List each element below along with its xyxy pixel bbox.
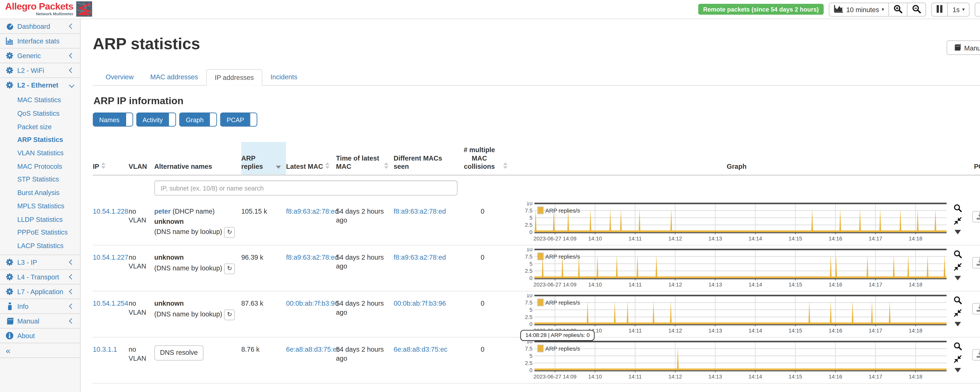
refresh-dns-button[interactable]: ↻ [224,227,235,238]
tab-overview[interactable]: Overview [97,68,142,85]
search-cell [154,176,458,200]
zoom-in-button[interactable] [888,2,908,16]
sidebar-item-packet-size[interactable]: Packet size [0,120,80,133]
refresh-dns-button[interactable]: ↻ [224,263,235,274]
svg-text:14:11: 14:11 [628,282,642,288]
zoom-icon[interactable] [953,342,962,351]
zoom-icon[interactable] [953,250,962,259]
sidebar-item-l4-transport[interactable]: L4 - Transport [0,270,80,285]
pcap-download-button[interactable] [972,211,980,223]
sidebar-item-label: About [17,332,75,340]
sidebar-collapse-button[interactable]: « [0,343,80,358]
sidebar-item-pppoe-statistics[interactable]: PPPoE Statistics [0,225,80,239]
mac-link[interactable]: 6e:a8:a8:d3:75:ec [286,345,340,353]
sidebar-item-manual[interactable]: Manual [0,314,80,329]
column-header-alternative-names[interactable]: Alternative names [154,142,241,176]
column-header-multiple-mac-collisions[interactable]: # multiple MAC collisions [458,142,513,176]
sidebar-item-arp-statistics[interactable]: ARP Statistics [0,133,80,146]
column-header-arp-replies[interactable]: ARP replies [241,142,286,176]
caret-down-icon[interactable] [954,230,961,235]
ip-link[interactable]: 10.54.1.228 [93,207,128,215]
caret-down-icon[interactable] [954,368,961,373]
sidebar-item-lldp-statistics[interactable]: LLDP Statistics [0,213,80,226]
column-header-vlan[interactable]: VLAN [129,142,154,176]
pcap-download-button[interactable] [972,349,980,361]
column-header-latest-mac[interactable]: Latest MAC [286,142,336,176]
mac-link[interactable]: f8:a9:63:a2:78:ed [394,207,446,215]
column-header-ip[interactable]: IP [93,142,129,176]
sidebar-item-l2-ethernet[interactable]: L2 - Ethernet [0,78,80,92]
alt-name-line: (DNS name by lookup)↻ [154,227,236,238]
mac-link[interactable]: f8:a9:63:a2:78:ed [286,253,339,261]
logo[interactable]: Allegro Packets Network Multimeter [0,0,92,19]
arp-replies-chart[interactable]: 2023-06-27 14:0914:1014:1114:1214:1314:1… [522,248,950,290]
download-icon [976,304,980,314]
sidebar-item-stp-statistics[interactable]: STP Statistics [0,173,80,186]
arp-replies-chart[interactable]: 2023-06-27 14:0914:1014:1114:1214:1314:1… [522,202,950,244]
svg-text:5: 5 [530,261,532,267]
sidebar-item-lacp-statistics[interactable]: LACP Statistics [0,239,80,252]
pcap-download-button[interactable] [972,257,980,269]
user-menu-button[interactable]: ▾ [975,2,980,16]
dns-resolve-button[interactable]: DNS resolve [154,345,204,360]
sidebar-item-label: Manual [17,317,70,325]
mac-link[interactable]: f8:a9:63:a2:78:ed [394,253,446,261]
sidebar-item-mac-protocols[interactable]: MAC Protocols [0,159,80,173]
graph-button-toggle[interactable] [209,113,216,126]
sidebar-item-mac-statistics[interactable]: MAC Statistics [0,94,80,107]
graph-button[interactable]: Graph [179,113,217,127]
zoom-icon[interactable] [953,204,962,213]
pause-button[interactable] [931,2,948,16]
refresh-dns-button[interactable]: ↻ [224,309,235,320]
pcap-button-toggle[interactable] [250,113,257,126]
sidebar-item-mpls-statistics[interactable]: MPLS Statistics [0,199,80,213]
activity-button[interactable]: Activity [136,113,176,127]
sidebar-item-generic[interactable]: Generic [0,49,80,63]
sidebar-item-about[interactable]: About [0,329,80,343]
arp-replies-chart[interactable]: 2023-06-27 14:0914:1014:1114:1214:1314:1… [522,340,950,382]
sidebar-item-l3-ip[interactable]: L3 - IP [0,256,80,270]
compress-icon[interactable] [953,217,962,225]
mac-link[interactable]: 00:0b:ab:7f:b3:96 [394,299,446,307]
pcap-button[interactable]: PCAP [220,113,258,127]
names-button[interactable]: Names [93,113,133,127]
caret-down-icon[interactable] [954,276,961,281]
zoom-icon[interactable] [953,296,962,305]
sidebar-item-interface-stats[interactable]: Interface stats [0,34,80,49]
mac-link[interactable]: f8:a9:63:a2:78:ed [286,207,339,215]
sidebar-item-l2-wifi[interactable]: L2 - WiFi [0,63,80,78]
column-header-graph[interactable]: Graph [513,142,966,176]
compress-icon[interactable] [953,263,962,271]
tab-incidents[interactable]: Incidents [262,68,305,85]
column-header-different-macs-seen[interactable]: Different MACs seen [394,142,458,176]
sidebar-item-dashboard[interactable]: Dashboard [0,19,80,34]
pcap-download-button[interactable] [972,303,980,315]
zoom-out-button[interactable] [907,2,926,16]
tab-ip-addresses[interactable]: IP addresses [207,69,262,86]
sidebar-item-info[interactable]: Info [0,299,80,314]
tab-mac-addresses[interactable]: MAC addresses [142,68,207,85]
sidebar-item-label: Interface stats [17,37,75,44]
download-icon [976,350,980,360]
sort-desc-icon [276,162,281,171]
mac-link[interactable]: 00:0b:ab:7f:b3:96 [286,299,339,307]
refresh-interval-button[interactable]: 1s ▾ [947,2,970,16]
sidebar-item-burst-analysis[interactable]: Burst Analysis [0,186,80,199]
ip-link[interactable]: 10.54.1.254 [93,299,128,307]
dhcp-name-link[interactable]: peter [154,207,171,216]
ip-link[interactable]: 10.3.1.1 [93,345,117,353]
sidebar-item-qos-statistics[interactable]: QoS Statistics [0,106,80,120]
activity-button-toggle[interactable] [169,113,176,126]
names-button-toggle[interactable] [125,113,132,126]
column-header-time-of-latest-mac[interactable]: Time of latest MAC [336,142,394,176]
time-range-button[interactable]: 10 minutes ▾ [829,2,889,16]
compress-icon[interactable] [953,309,962,317]
sidebar-item-l7-application[interactable]: L7 - Application [0,285,80,299]
mac-link[interactable]: 6e:a8:a8:d3:75:ec [394,345,447,353]
caret-down-icon[interactable] [954,322,961,327]
search-input[interactable] [154,181,458,196]
sidebar-item-vlan-statistics[interactable]: VLAN Statistics [0,146,80,160]
ip-link[interactable]: 10.54.1.227 [93,253,128,261]
compress-icon[interactable] [953,355,962,363]
column-header-pcap[interactable]: PCAP [966,142,980,176]
